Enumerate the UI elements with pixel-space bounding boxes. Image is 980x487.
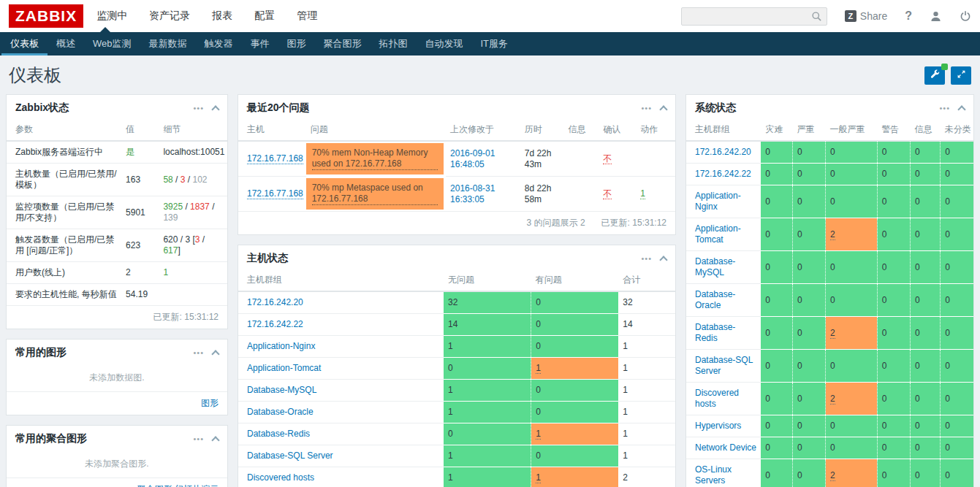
widget-menu-icon[interactable]: ••• [193,349,204,357]
without-problems-cell: 1 [444,402,531,423]
widget-menu-icon[interactable]: ••• [193,104,204,112]
main-nav-item[interactable]: 配置 [254,9,275,23]
host-group-cell: 172.16.242.22 [238,314,444,336]
collapse-icon[interactable] [659,105,667,113]
collapse-icon[interactable] [957,105,965,113]
logout-icon[interactable] [960,10,971,22]
last-change-link[interactable]: 2016-08-31 16:33:05 [450,183,495,204]
problem-count-link[interactable]: 1 [536,429,541,440]
sub-nav-item[interactable]: 拓扑图 [371,32,417,55]
column-header: 有问题 [531,271,619,291]
search-box[interactable] [681,7,827,26]
zabbix-share-icon: Z [845,10,856,22]
severity-count-link[interactable]: 2 [830,470,835,481]
zabbix-logo[interactable]: ZABBIX [9,4,83,28]
host-group-link[interactable]: 172.16.242.22 [247,319,303,329]
last-change-cell: 2016-08-31 16:33:05 [446,177,520,212]
search-icon[interactable] [811,11,822,22]
host-status-row: 172.16.242.2214014 [238,314,675,336]
sub-nav-item[interactable]: Web监测 [84,32,140,55]
collapse-icon[interactable] [659,256,667,264]
widget-menu-icon[interactable]: ••• [193,435,204,443]
status-parameter: 要求的主机性能, 每秒新值 [7,284,121,306]
fullscreen-button[interactable] [951,66,971,85]
last-change-link[interactable]: 2016-09-01 16:48:05 [450,148,495,169]
host-group-link[interactable]: Database-Redis [247,429,310,439]
host-group-link[interactable]: Discovered hosts [695,388,739,409]
host-group-link[interactable]: OS-Linux Servers [695,464,732,486]
main-nav-item[interactable]: 管理 [297,9,317,23]
host-link[interactable]: 172.16.77.168 [247,188,303,199]
host-link[interactable]: 172.16.77.168 [247,153,303,164]
share-button[interactable]: Z Share [845,10,887,22]
severity-count-cell: 0 [877,218,910,251]
with-problems-cell: 1 [531,358,619,380]
dashboard-config-button[interactable] [924,66,945,85]
host-group-link[interactable]: Database-Redis [695,322,735,343]
severity-count-cell: 0 [792,383,825,415]
problem-count-link[interactable]: 1 [536,363,541,374]
sub-nav-item[interactable]: 触发器 [196,32,242,55]
host-group-link[interactable]: Database-SQL Server [247,450,333,461]
severity-count-link[interactable]: 2 [830,229,835,240]
severity-count-link[interactable]: 2 [830,394,835,404]
ack-link[interactable]: 不 [603,188,612,199]
config-status-badge [941,64,948,70]
main-nav-item[interactable]: 报表 [212,9,232,23]
host-group-link[interactable]: 172.16.242.20 [247,297,303,307]
widget-menu-icon[interactable]: ••• [641,104,652,112]
host-group-link[interactable]: Database-Oracle [247,407,314,417]
host-group-link[interactable]: Application-Tomcat [695,223,741,245]
sub-nav-item[interactable]: 仪表板 [1,32,48,55]
sub-nav-item[interactable]: 自动发现 [417,32,472,55]
user-icon[interactable] [930,10,942,23]
problem-link[interactable]: 70% mp Metaspace used on 172.16.77.168 [312,183,438,205]
host-group-link[interactable]: 172.16.242.22 [695,169,751,179]
search-input[interactable] [686,11,811,21]
left-column: Zabbix状态 ••• 参数 值 细节 Zabbix服务器端运行中是local… [6,94,228,487]
host-group-link[interactable]: Database-MySQL [695,256,735,277]
screens-link[interactable]: 聚合图形 [137,484,172,487]
slideshows-link[interactable]: 幻灯片演示 [175,484,219,487]
problem-link[interactable]: 70% mem Non-Heap Memory used on 172.16.7… [312,147,438,170]
collapse-icon[interactable] [211,350,219,358]
main-nav-item[interactable]: 监测中 [96,9,127,23]
severity-count-link[interactable]: 2 [830,328,835,339]
widget-menu-icon[interactable]: ••• [641,255,652,263]
dashboard: Zabbix状态 ••• 参数 值 细节 Zabbix服务器端运行中是local… [0,94,980,487]
widget-menu-icon[interactable]: ••• [939,104,950,112]
ack-link[interactable]: 不 [603,153,612,164]
collapse-icon[interactable] [211,105,219,113]
severity-count-cell: 0 [761,185,792,218]
host-group-link[interactable]: Database-Oracle [695,289,735,310]
sub-nav-item[interactable]: 聚合图形 [315,32,371,55]
widget-footer: 聚合图形 幻灯片演示 [7,478,227,487]
host-group-link[interactable]: 172.16.242.20 [695,147,751,157]
host-group-link[interactable]: Application-Nginx [695,191,741,212]
host-group-link[interactable]: Application-Tomcat [247,363,321,373]
host-group-cell: Database-SQL Server [686,350,761,383]
column-header: 未分类 [941,120,973,141]
actions-link[interactable]: 1 [640,188,645,199]
host-group-link[interactable]: Database-SQL Server [695,355,753,376]
host-group-link[interactable]: Hypervisors [695,421,741,431]
host-group-link[interactable]: Discovered hosts [247,472,314,483]
help-button[interactable]: ? [905,9,912,23]
zabbix-status-row: 主机数量（已启用/已禁用/模板）16358 / 3 / 102 [7,164,227,196]
system-status-row: Database-Redis002000 [686,317,973,350]
sub-nav-item[interactable]: 事件 [242,32,278,55]
sub-nav-item[interactable]: IT服务 [472,32,517,55]
severity-count-cell: 0 [792,437,825,459]
host-group-link[interactable]: Network Device [695,442,756,453]
column-header: 无问题 [444,271,531,291]
host-group-link[interactable]: Application-Nginx [247,341,315,351]
sub-nav-item[interactable]: 概述 [48,32,84,55]
main-nav-item[interactable]: 资产记录 [149,9,190,23]
graphs-link[interactable]: 图形 [201,398,219,408]
severity-count-cell: 0 [941,284,973,317]
sub-nav-item[interactable]: 最新数据 [140,32,196,55]
problem-count-link[interactable]: 1 [536,472,541,483]
host-group-link[interactable]: Database-MySQL [247,385,316,395]
sub-nav-item[interactable]: 图形 [278,32,315,55]
collapse-icon[interactable] [211,436,219,444]
